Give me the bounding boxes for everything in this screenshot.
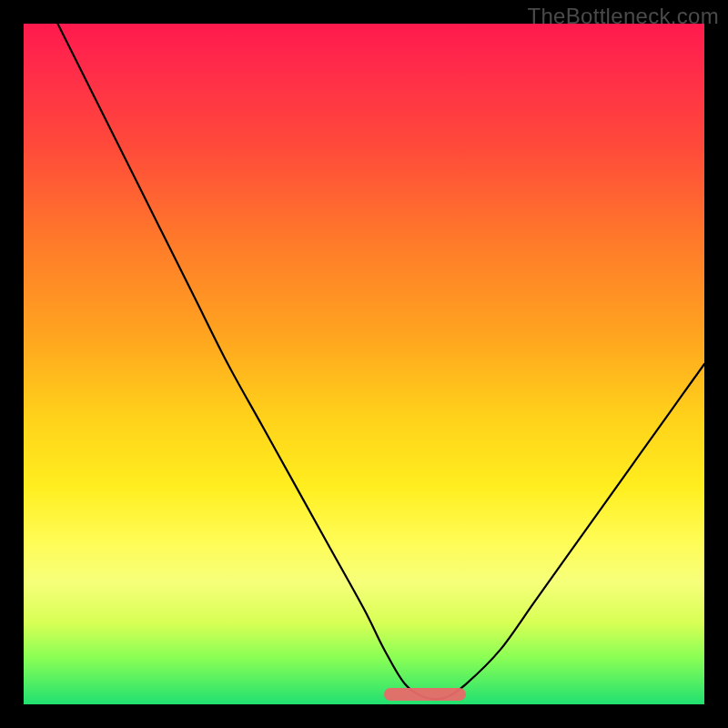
optimal-range-marker — [384, 688, 466, 701]
chart-frame: TheBottleneck.com — [0, 0, 728, 728]
bottleneck-curve — [24, 24, 704, 704]
watermark-text: TheBottleneck.com — [527, 4, 719, 29]
curve-path — [57, 24, 704, 699]
plot-area — [24, 24, 704, 704]
